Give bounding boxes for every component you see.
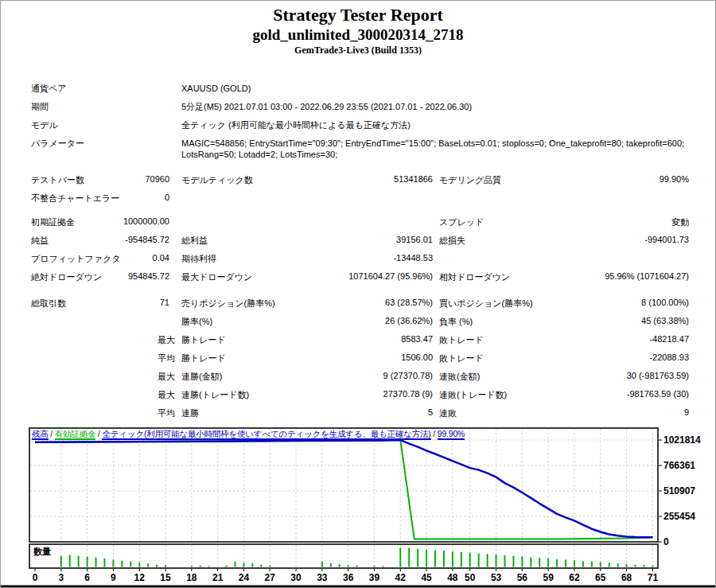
info-value: 5分足(M5) 2021.07.01 03:00 - 2022.06.29 23…	[181, 101, 702, 112]
stat-value: 71	[80, 298, 169, 307]
stat-label: 連敗(トレード数)	[439, 389, 574, 401]
stat-row: 絶対ドローダウン954845.72最大ドローダウン1071604.27 (95.…	[1, 269, 715, 287]
info-row: パラメーターMAGIC=548856; EntryStartTime="09:3…	[1, 135, 715, 154]
stat-value: 27370.78 (9)	[331, 389, 433, 399]
x-axis-label: 3	[58, 572, 64, 583]
volume-pane-label: 数量	[33, 546, 51, 558]
stat-value: 8 (100.00%)	[570, 298, 689, 307]
legend-separator: /	[49, 429, 55, 438]
stat-value: 26 (36.62%)	[331, 316, 433, 325]
x-axis-label: 33	[317, 572, 328, 583]
volume-pane-border	[29, 544, 658, 568]
stat-value: -48218.47	[570, 334, 689, 344]
stat-label: 相対ドローダウン	[439, 271, 574, 283]
x-axis-label: 59	[543, 572, 554, 583]
stat-label: 連敗(金額)	[439, 371, 574, 383]
info-label: 通貨ペア	[31, 83, 158, 95]
x-axis-label: 6	[84, 572, 90, 583]
stat-value: 1506.00	[331, 352, 433, 362]
stat-label: モデルティック数	[181, 174, 253, 186]
x-axis-label: 30	[290, 572, 302, 583]
stat-label: スプレッド	[439, 216, 574, 228]
x-axis-label: 50	[465, 572, 476, 583]
stat-row: プロフィットファクタ0.04期待利得-13448.53	[1, 251, 715, 269]
stat-label: 連勝	[181, 407, 199, 419]
stat-prefix: 平均	[158, 352, 175, 364]
stat-row: 最大連勝(トレード数)27370.78 (9)連敗(トレード数)-981763.…	[1, 387, 715, 405]
stat-row: 不整合チャートエラー0	[1, 190, 715, 208]
info-value: 全ティック (利用可能な最小時間枠による最も正確な方法)	[181, 119, 702, 130]
x-axis-label: 21	[212, 572, 224, 583]
legend-item: 有効証拠金	[55, 429, 96, 440]
stat-value: 51341866	[331, 174, 433, 184]
stat-label: 負率 (%)	[439, 316, 574, 328]
stat-value: 63 (28.57%)	[331, 298, 433, 307]
x-axis-label: 42	[395, 572, 407, 583]
stat-label: 期待利得	[181, 253, 216, 265]
x-axis-label: 12	[134, 572, 146, 583]
stat-label: 連勝(金額)	[181, 371, 222, 383]
stat-label: モデリング品質	[439, 174, 574, 186]
stat-label: 敗トレード	[439, 352, 574, 364]
stat-value: -994001.73	[570, 235, 689, 244]
info-row: モデル全ティック (利用可能な最小時間枠による最も正確な方法)	[1, 117, 715, 135]
x-axis-label: 27	[265, 572, 276, 583]
stat-row: 純益-954845.72総利益39156.01総損失-994001.73	[1, 232, 715, 251]
stat-value: 0	[80, 193, 169, 202]
stat-row: 平均連勝5連敗9	[1, 405, 715, 423]
stat-label: 敗トレード	[439, 334, 574, 346]
x-axis-label: 0	[33, 572, 38, 583]
x-axis-label: 15	[160, 572, 171, 583]
stat-value: 9 (27370.78)	[331, 371, 433, 380]
stat-value: 45 (63.38%)	[570, 316, 689, 325]
x-axis-label: 65	[595, 572, 606, 583]
legend-item: 残高	[32, 429, 49, 440]
legend-separator: /	[431, 429, 438, 438]
info-value: MAGIC=548856; EntryStartTime="09:30"; En…	[181, 138, 702, 160]
stat-prefix: 最大	[158, 334, 175, 346]
y-axis-label: 510907	[663, 485, 695, 496]
info-label: パラメーター	[31, 138, 158, 150]
stat-value: 5	[331, 407, 433, 417]
stat-label: 勝トレード	[181, 334, 226, 346]
y-axis-label: 0	[663, 536, 669, 547]
stat-label: 勝トレード	[181, 352, 226, 364]
main-pane-border	[29, 428, 658, 542]
x-axis-label: 48	[447, 572, 458, 583]
stat-value: -981763.59 (30)	[570, 389, 689, 399]
x-axis-label: 36	[343, 572, 354, 583]
stat-label: 連敗	[439, 407, 574, 419]
x-axis-label: 18	[186, 572, 197, 583]
report-title: Strategy Tester Report	[1, 5, 715, 25]
stat-label: 勝率(%)	[181, 316, 212, 328]
chart-legend: 残高 / 有効証拠金 / 全ティック(利用可能な最小時間枠を使いすべてのティック…	[32, 429, 465, 438]
stat-value: 1000000.00	[80, 216, 169, 226]
x-axis-label: 39	[369, 572, 380, 583]
x-axis-label: 24	[239, 572, 250, 583]
stat-row: 平均勝トレード1506.00敗トレード-22088.93	[1, 350, 715, 368]
x-axis-label: 62	[569, 572, 580, 583]
stat-prefix: 最大	[158, 389, 175, 401]
balance-line	[35, 440, 652, 537]
stat-value: -13448.53	[331, 253, 433, 263]
stat-value: 0.04	[80, 253, 169, 263]
stat-value: 変動	[570, 216, 689, 228]
info-label: モデル	[31, 119, 158, 131]
info-row: 通貨ペアXAUUSD (GOLD)	[1, 80, 715, 99]
info-row: 期間5分足(M5) 2021.07.01 03:00 - 2022.06.29 …	[1, 99, 715, 117]
stat-value: 99.90%	[570, 174, 689, 184]
stat-row: 最大勝トレード8583.47敗トレード-48218.47	[1, 332, 715, 350]
x-axis-label: 71	[648, 572, 659, 583]
x-axis-label: 68	[621, 572, 632, 583]
report-header: Strategy Tester Report gold_unlimited_30…	[1, 5, 715, 56]
stat-value: 1071604.27 (95.96%)	[331, 271, 433, 281]
stat-value: 70960	[80, 174, 169, 184]
stat-value: 954845.72	[80, 271, 169, 281]
legend-item: 全ティック(利用可能な最小時間枠を使いすべてのティックを生成する、最も正確な方法…	[102, 429, 430, 440]
stat-value: 8583.47	[331, 334, 433, 344]
stat-label: 売りポジション(勝率%)	[181, 298, 275, 310]
ea-name: gold_unlimited_300020314_2718	[1, 25, 715, 45]
stat-label: 連勝(トレード数)	[181, 389, 249, 401]
x-axis-label: 9	[111, 572, 116, 583]
stat-row: 勝率(%)26 (36.62%)負率 (%)45 (63.38%)	[1, 313, 715, 332]
